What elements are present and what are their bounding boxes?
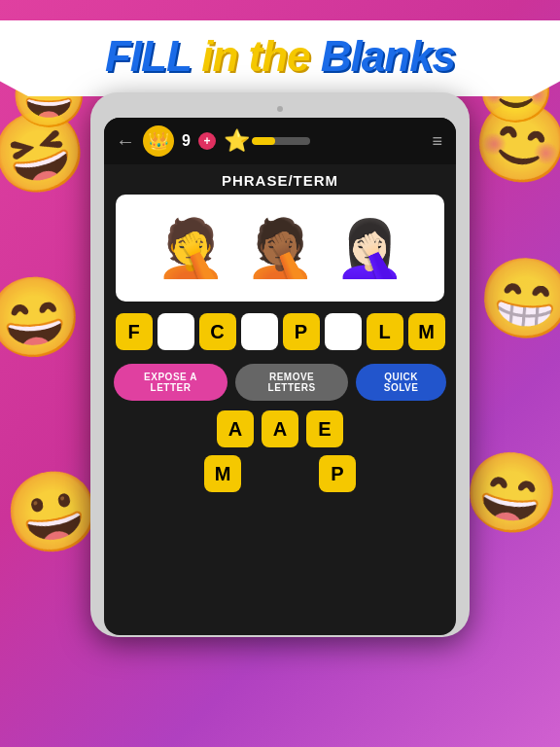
tile-M[interactable]: M bbox=[408, 313, 445, 350]
available-letters-row2: M P bbox=[104, 451, 456, 496]
tile-L[interactable]: L bbox=[367, 313, 403, 350]
tablet-frame: ← 👑 9 + ⭐ ≡ PHRASE/TERM 🤦 🤦🏾 🤦🏻‍♀️ F C bbox=[90, 92, 470, 637]
tile-blank-1[interactable] bbox=[158, 313, 194, 350]
back-button[interactable]: ← bbox=[116, 130, 135, 153]
quick-solve-button[interactable]: QUICK SOLVE bbox=[356, 364, 446, 401]
emoji-1: 🤦 bbox=[156, 220, 226, 276]
emoji-3: 🤦🏻‍♀️ bbox=[334, 220, 404, 276]
star-progress-bar bbox=[252, 137, 310, 145]
star-icon: ⭐ bbox=[224, 128, 250, 154]
top-bar: ← 👑 9 + ⭐ ≡ bbox=[104, 118, 456, 164]
category-label: PHRASE/TERM bbox=[104, 164, 456, 195]
deco-emoji-ml: 😄 bbox=[0, 268, 87, 368]
tablet-screen: ← 👑 9 + ⭐ ≡ PHRASE/TERM 🤦 🤦🏾 🤦🏻‍♀️ F C bbox=[104, 118, 456, 635]
remove-letters-button[interactable]: REMOVE LETTERS bbox=[235, 364, 348, 401]
banner-title: FILL in the Blanks bbox=[0, 32, 560, 81]
emoji-display: 🤦 🤦🏾 🤦🏻‍♀️ bbox=[116, 195, 444, 302]
tile-blank-3[interactable] bbox=[325, 313, 362, 350]
avail-A1[interactable]: A bbox=[217, 410, 254, 447]
score-display: 9 bbox=[182, 132, 191, 150]
crown-badge: 👑 bbox=[143, 125, 174, 157]
banner-fill: FILL bbox=[105, 32, 201, 80]
avail-M[interactable]: M bbox=[204, 455, 241, 492]
plus-button[interactable]: + bbox=[198, 132, 216, 150]
avail-P[interactable]: P bbox=[319, 455, 356, 492]
avail-A2[interactable]: A bbox=[262, 410, 298, 447]
tablet-dot bbox=[277, 106, 283, 112]
tile-F[interactable]: F bbox=[116, 313, 153, 350]
banner-in: in the bbox=[201, 32, 321, 80]
expose-letter-button[interactable]: EXPOSE A LETTER bbox=[114, 364, 228, 401]
avail-E[interactable]: E bbox=[306, 410, 343, 447]
star-bar: ⭐ bbox=[224, 128, 425, 154]
menu-icon[interactable]: ≡ bbox=[432, 131, 444, 152]
star-progress-fill bbox=[252, 137, 275, 145]
banner-blanks: Blanks bbox=[321, 32, 455, 80]
deco-emoji-mr: 😁 bbox=[473, 249, 560, 348]
banner-ribbon: FILL in the Blanks bbox=[0, 20, 560, 96]
deco-emoji-br: 😄 bbox=[457, 441, 560, 545]
available-letters-row1: A A E bbox=[104, 407, 456, 451]
tile-blank-2[interactable] bbox=[241, 313, 278, 350]
letter-tiles-row: F C P L M bbox=[104, 302, 456, 358]
emoji-2: 🤦🏾 bbox=[245, 220, 315, 276]
tile-C[interactable]: C bbox=[199, 313, 236, 350]
action-buttons-row: EXPOSE A LETTER REMOVE LETTERS QUICK SOL… bbox=[104, 358, 456, 407]
tile-P[interactable]: P bbox=[283, 313, 320, 350]
